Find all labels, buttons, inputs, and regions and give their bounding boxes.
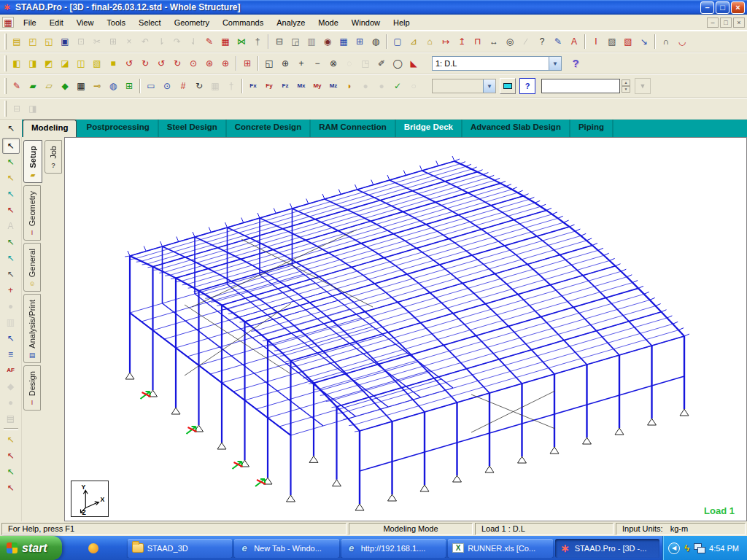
curved-member-button[interactable]: ◡ [674,34,690,50]
beam-arrow-button[interactable]: ↘ [636,34,652,50]
view-zneg-button[interactable]: ◨ [25,55,41,72]
task-ie-new-tab-button[interactable]: New Tab - Windo... [234,539,338,558]
select-cursor-button[interactable]: ↖ [2,138,20,154]
quick-internet-explorer-button[interactable] [69,541,83,556]
open-file-button[interactable]: ◰ [25,34,41,50]
page-design-tab[interactable]: DesignI [23,365,41,411]
command-input[interactable] [541,79,620,93]
undo-button[interactable]: ↶ [137,34,153,50]
copy-button[interactable]: ⊡ [73,34,89,50]
view-ypos-button[interactable]: ◫ [73,55,89,72]
network-tray-icon[interactable] [694,543,705,553]
results-beam-cursor-button[interactable]: ↖ [2,448,20,464]
menu-edit-item[interactable]: Edit [43,16,70,29]
menu-view-item[interactable]: View [70,16,101,29]
view-yneg-button[interactable]: ▧ [89,55,105,72]
combo-dropdown-button[interactable]: ▼ [549,57,561,70]
loads-cursor-button[interactable]: ↖ [2,202,20,218]
cut-button[interactable]: ✂ [89,34,105,50]
supports-cursor-button[interactable]: ↖ [2,234,20,250]
load-mz-button[interactable]: Mz [325,78,341,95]
page-analysis-print-tab[interactable]: Analysis/Print▤ [23,294,41,363]
print-preview-button[interactable]: ◲ [287,34,303,50]
sketch-button[interactable]: ✎ [550,34,566,50]
task-staad-folder-button[interactable]: STAAD_3D [128,539,232,558]
toolbar-grip[interactable] [4,101,7,117]
report-sheet-button[interactable]: ▤ [2,411,20,427]
model-viewport[interactable]: Y X Z Load 1 [64,137,747,521]
open-archive-button[interactable]: ◱ [41,34,57,50]
image-capture-button[interactable]: ▥ [2,314,20,330]
menu-commands-item[interactable]: Commands [216,16,270,29]
help-pointer-button[interactable]: ? [534,34,550,50]
tab-bridge-deck[interactable]: Bridge Deck [396,120,462,137]
task-staad-pro-button[interactable]: STAAD.Pro - [3D -... [555,539,659,558]
repair-button[interactable]: † [249,34,266,50]
redo-button[interactable]: ↷ [169,34,185,50]
hide-icons-chevron-icon[interactable]: ◀ [668,542,680,554]
mdi-close-button[interactable]: × [733,18,745,28]
structure-wizard-button[interactable]: ⊓ [470,34,486,50]
spin-right-button[interactable]: ⊛ [201,55,217,72]
insert-picture-button[interactable]: ▥ [303,34,320,50]
spin-left-button[interactable]: ⊙ [185,55,201,72]
tab-modeling[interactable]: Modeling [23,120,77,137]
assign-group-1-button[interactable]: ● [357,78,374,95]
load-labels-button[interactable]: AF [2,362,20,378]
annotate-blob-button[interactable]: ● [2,394,20,411]
menu-tools-item[interactable]: Tools [100,16,132,29]
menu-analyze-item[interactable]: Analyze [270,16,311,29]
rotate-right-button[interactable]: ↻ [169,55,185,72]
section-hatch-button[interactable]: ▨ [604,34,620,50]
view-xneg-button[interactable]: ◪ [57,55,73,72]
load-mx-button[interactable]: Mx [293,78,309,95]
tab-steel-design[interactable]: Steel Design [159,120,227,137]
toolbar-grip[interactable] [4,78,7,94]
dimension-button[interactable]: ⊿ [406,34,422,50]
zoom-in-button[interactable]: + [293,55,309,72]
spinner-down-icon[interactable]: ▼ [622,86,630,93]
portal-frame-button[interactable]: ∩ [658,34,674,50]
task-ie-address-button[interactable]: http://192.168.1.... [341,539,446,558]
tab-piping[interactable]: Piping [570,120,614,137]
dynamic-zoom-button[interactable]: ✐ [374,55,390,72]
solids-cursor-button[interactable]: ↖ [2,186,20,202]
power-tray-icon[interactable]: ϟ [684,542,689,553]
print-button[interactable]: ⊟ [271,34,287,50]
repair-model-button[interactable]: † [223,78,239,95]
beam-section-button[interactable]: I [588,34,604,50]
insert-node-button[interactable]: ↥ [454,34,470,50]
page-geometry-tab[interactable]: GeometryI [23,185,41,241]
rotate-structure-button[interactable]: ↻ [191,78,207,95]
node-link-button[interactable]: ○ [406,78,422,95]
rotate-cursor-button[interactable]: ⊕ [217,55,233,72]
sketch-board-button[interactable]: ▭ [143,78,159,95]
quick-browser-button[interactable] [104,541,118,556]
structure-dimension-button[interactable]: ⌂ [422,34,438,50]
load-wedge-button[interactable]: ◗ [341,78,357,95]
dimension-cursor-button[interactable]: ↖ [2,330,20,346]
load-fx-button[interactable]: Fx [245,78,261,95]
plates-cursor-button[interactable]: ↖ [2,170,20,186]
zoom-out-button[interactable]: − [309,55,325,72]
task-excel-runner-button[interactable]: RUNNER.xls [Co... [448,539,552,558]
page-job-tab[interactable]: Job ? [44,140,62,174]
load-values-button[interactable]: ≡ [2,346,20,362]
page-setup-tab[interactable]: Setup▰ [23,140,42,183]
help-button[interactable]: ? [566,55,585,72]
annotate-shape-button[interactable]: ◆ [2,378,20,394]
database-button[interactable]: ◍ [368,34,384,50]
menu-file-item[interactable]: File [17,16,43,29]
edit-sheet-button[interactable]: ▢ [390,34,406,50]
node-circle-button[interactable]: ⊙ [159,78,175,95]
change-view-button[interactable]: ◳ [357,55,374,72]
tab-postprocessing[interactable]: Postprocessing [78,120,158,137]
zoom-window-button[interactable]: ◱ [261,55,277,72]
tab-ram-connection[interactable]: RAM Connection [311,120,396,137]
take-picture-button[interactable]: ◉ [320,34,336,50]
select-geometry-button[interactable]: ● [2,298,20,314]
run-analysis-button[interactable]: ✎ [201,34,217,50]
export-table-button[interactable]: ▦ [336,34,352,50]
assign-group-2-button[interactable]: ● [374,78,390,95]
mdi-restore-button[interactable]: □ [720,18,732,28]
